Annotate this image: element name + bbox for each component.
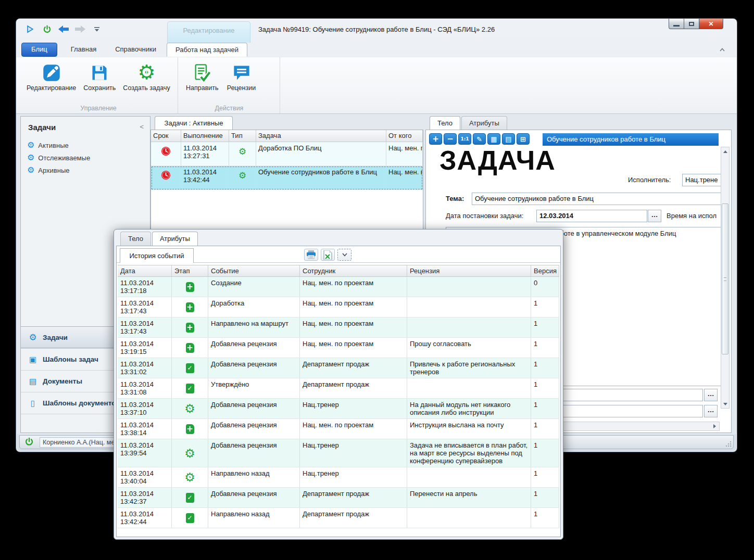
theme-field[interactable]: Обучение сотрудников работе в Блиц — [472, 193, 725, 205]
selected-task-bar[interactable]: Обучение сотрудников работе в Блиц — [543, 133, 719, 146]
column-header[interactable]: Срок — [151, 130, 181, 142]
column-header[interactable]: От кого — [386, 130, 423, 142]
execution-cell: 11.03.201413:27:31 — [181, 142, 229, 166]
ribbon-collapse-icon[interactable] — [718, 46, 726, 53]
history-row[interactable]: 11.03.2014 13:42:37 Добавлена рецензия Д… — [118, 488, 559, 508]
column-header[interactable]: Сотрудник — [300, 265, 407, 276]
task-row[interactable]: 11.03.201413:27:31 Доработка ПО Блиц Нац… — [151, 142, 423, 166]
column-header[interactable]: Дата — [118, 265, 172, 276]
detail-tab[interactable]: Тело — [430, 116, 460, 130]
date-cell: 11.03.2014 13:37:10 — [118, 399, 172, 418]
close-icon: ✕ — [708, 20, 713, 28]
detail-tab[interactable]: Атрибуты — [461, 116, 507, 130]
toolbar-icon[interactable] — [429, 133, 442, 145]
run-icon[interactable] — [24, 24, 36, 34]
edit-button[interactable]: Редактирование — [27, 61, 76, 92]
history-row[interactable]: 11.03.2014 13:42:44 Направлено назад Деп… — [118, 508, 559, 528]
reviews-button[interactable]: Рецензии — [226, 61, 257, 92]
minimize-button[interactable] — [669, 19, 684, 29]
toolbar-icon[interactable] — [487, 133, 500, 145]
scrollbar-thumb[interactable] — [722, 203, 728, 354]
forward-arrow-icon[interactable] — [74, 24, 86, 34]
power-icon[interactable] — [24, 437, 34, 448]
qat-customize-icon[interactable] — [91, 24, 103, 34]
stage-icon — [186, 282, 194, 292]
history-row[interactable]: 11.03.2014 13:40:04 Направлено назад Нац… — [118, 467, 559, 488]
column-header[interactable]: Рецензия — [407, 265, 531, 276]
toolbar-icon[interactable] — [502, 133, 515, 145]
history-inner-tab[interactable]: История событий — [120, 248, 194, 263]
history-row[interactable]: 11.03.2014 13:17:43 Направлено на маршру… — [118, 317, 559, 338]
history-row[interactable]: 11.03.2014 13:37:10 Добавлена рецензия Н… — [118, 399, 559, 419]
group-label-actions: Действия — [179, 105, 280, 112]
history-row[interactable]: 11.03.2014 13:31:02 Добавлена рецензия Д… — [118, 358, 559, 378]
toolbar-icon[interactable] — [517, 133, 530, 145]
task-date-label: Дата постановки задачи: — [446, 212, 523, 220]
toolbar-icon[interactable] — [444, 133, 457, 145]
back-arrow-icon[interactable] — [58, 24, 69, 34]
toolbar-icon[interactable] — [473, 133, 486, 145]
date-cell: 11.03.2014 13:31:02 — [118, 358, 172, 378]
export-excel-button[interactable] — [321, 249, 335, 261]
ribbon-tab[interactable]: Блиц — [21, 43, 57, 57]
stage-cell — [172, 277, 208, 297]
version-cell: 1 — [531, 399, 559, 418]
ribbon-tab[interactable]: Работа над задачей — [167, 43, 247, 57]
history-row[interactable]: 11.03.2014 13:17:18 Создание Нац. мен. п… — [118, 277, 559, 297]
scroll-up-arrow[interactable] — [721, 147, 729, 156]
history-row[interactable]: 11.03.2014 13:39:54 Добавлена рецензия Н… — [118, 439, 559, 467]
power-icon[interactable] — [41, 24, 53, 34]
date-picker-button[interactable] — [648, 210, 661, 222]
maximize-icon — [689, 22, 694, 26]
history-row[interactable]: 11.03.2014 13:19:15 Добавлена рецензия Н… — [118, 338, 559, 358]
scroll-right-arrow[interactable] — [710, 423, 719, 430]
task-date-field[interactable]: 12.03.2014 — [536, 210, 647, 222]
ribbon-tab[interactable]: Главная — [62, 43, 105, 57]
sidebar-item[interactable]: Архивные — [21, 164, 150, 176]
extra-field-2-button[interactable] — [704, 405, 718, 417]
close-button[interactable]: ✕ — [699, 19, 723, 29]
history-row[interactable]: 11.03.2014 13:38:14 Добавлена рецензия Н… — [118, 419, 559, 439]
vertical-scrollbar[interactable] — [721, 147, 730, 409]
column-header[interactable]: Тип — [229, 130, 256, 142]
employee-cell: Нац. мен. по проектам — [300, 277, 407, 297]
version-cell: 1 — [531, 358, 559, 378]
employee-cell: Нац. мен. по проектам — [300, 419, 407, 439]
column-header[interactable]: Событие — [208, 265, 300, 276]
sidebar-item[interactable]: Активные — [21, 139, 150, 151]
ribbon-tab[interactable]: Справочники — [107, 43, 165, 57]
stage-cell — [172, 467, 208, 487]
column-header[interactable]: Этап — [172, 265, 208, 276]
date-cell: 11.03.2014 13:17:18 — [118, 277, 172, 297]
history-row[interactable]: 11.03.2014 13:31:08 Утверждёно Департаме… — [118, 378, 559, 399]
scroll-down-arrow[interactable] — [721, 400, 729, 408]
sidebar-collapse-icon[interactable]: < — [140, 123, 144, 131]
pencil-icon — [42, 61, 61, 82]
history-window-tab[interactable]: Атрибуты — [152, 232, 198, 246]
event-cell: Добавлена рецензия — [208, 358, 300, 378]
version-cell: 1 — [531, 338, 559, 358]
employee-cell: Департамент продаж — [300, 358, 407, 378]
task-row[interactable]: 11.03.201413:42:44 Обучение сотрудников … — [151, 166, 423, 190]
column-header[interactable]: Задача — [256, 130, 386, 142]
sidebar-item[interactable]: Отслеживаемые — [21, 151, 150, 164]
executor-field[interactable]: Нац.трене — [682, 174, 726, 186]
save-button[interactable]: Сохранить — [83, 61, 116, 92]
resize-grip[interactable] — [725, 441, 732, 447]
maximize-button[interactable] — [684, 19, 699, 29]
column-header[interactable]: Версия — [531, 265, 559, 276]
print-button[interactable] — [304, 249, 318, 261]
dropdown-button[interactable] — [337, 249, 351, 261]
date-cell: 11.03.2014 13:31:08 — [118, 378, 172, 398]
history-window-tab[interactable]: Тело — [120, 232, 151, 246]
history-row[interactable]: 11.03.2014 13:17:43 Доработка Нац. мен. … — [118, 297, 559, 317]
task-table-body: 11.03.201413:27:31 Доработка ПО Блиц Нац… — [151, 142, 423, 190]
employee-cell: Нац. мен. по проектам — [300, 338, 407, 358]
extra-field-1-button[interactable] — [704, 389, 718, 401]
stage-icon — [186, 513, 194, 523]
task-list-tab[interactable]: Задачи : Активные — [155, 116, 233, 130]
toolbar-icon[interactable] — [458, 133, 471, 145]
column-header[interactable]: Выполнение — [181, 130, 229, 142]
create-task-button[interactable]: ⚙ Создать задачу — [123, 61, 170, 92]
send-button[interactable]: Направить — [186, 61, 219, 92]
